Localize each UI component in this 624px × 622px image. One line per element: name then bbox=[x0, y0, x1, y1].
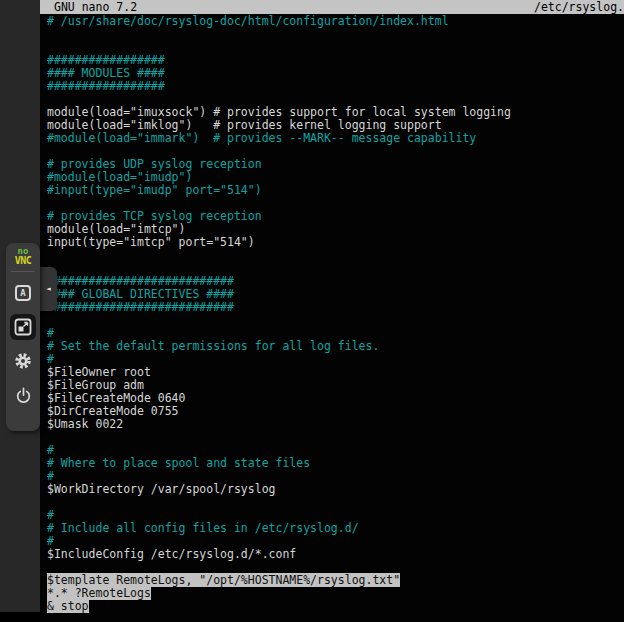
editor-line-text: $FileGroup adm bbox=[47, 378, 144, 392]
editor-line-text: input(type="imtcp" port="514") bbox=[47, 235, 255, 249]
editor-line-text: # provides UDP syslog reception bbox=[47, 157, 262, 171]
editor-line-text: # bbox=[47, 352, 54, 366]
editor-line-text: #### GLOBAL DIRECTIVES #### bbox=[47, 287, 234, 301]
editor-line bbox=[47, 496, 624, 509]
editor-line: #module(load="immark") # provides --MARK… bbox=[47, 132, 624, 145]
editor-line-text: $Umask 0022 bbox=[47, 417, 123, 431]
editor-line-text: *.* ?RemoteLogs bbox=[47, 586, 151, 600]
editor-line-text: ########################### bbox=[47, 274, 234, 288]
editor-line-text: & stop bbox=[47, 599, 89, 613]
editor-line: # /usr/share/doc/rsyslog-doc/html/config… bbox=[47, 15, 624, 28]
editor-line bbox=[47, 314, 624, 327]
editor-line-text: $DirCreateMode 0755 bbox=[47, 404, 179, 418]
editor-line-text: # bbox=[47, 469, 54, 483]
terminal-window: GNU nano 7.2 /etc/rsyslog. # /usr/share/… bbox=[40, 0, 624, 622]
editor-line: input(type="imtcp" port="514") bbox=[47, 236, 624, 249]
editor-line: # Set the default permissions for all lo… bbox=[47, 340, 624, 353]
editor-line: & stop bbox=[47, 600, 624, 613]
editor-line-text: # bbox=[47, 443, 54, 457]
editor-line-text: module(load="imuxsock") # provides suppo… bbox=[47, 105, 511, 119]
editor-line-text: module(load="imtcp") bbox=[47, 222, 185, 236]
editor-line-text: # /usr/share/doc/rsyslog-doc/html/config… bbox=[47, 14, 449, 28]
editor-line-text: $IncludeConfig /etc/rsyslog.d/*.conf bbox=[47, 547, 296, 561]
fullscreen-button[interactable] bbox=[10, 314, 36, 340]
fullscreen-icon bbox=[14, 318, 32, 336]
editor-line-text: $WorkDirectory /var/spool/rsyslog bbox=[47, 482, 275, 496]
editor-line: # Where to place spool and state files bbox=[47, 457, 624, 470]
editor-line: $IncludeConfig /etc/rsyslog.d/*.conf bbox=[47, 548, 624, 561]
editor-line-text: ########################### bbox=[47, 300, 234, 314]
nano-app-title: GNU nano 7.2 bbox=[54, 0, 137, 14]
screen: GNU nano 7.2 /etc/rsyslog. # /usr/share/… bbox=[0, 0, 624, 622]
novnc-control-bar: no VNC A bbox=[6, 243, 40, 431]
editor-line: $Umask 0022 bbox=[47, 418, 624, 431]
chevron-left-icon: ◄ bbox=[46, 285, 50, 293]
editor-line-text: # provides TCP syslog reception bbox=[47, 209, 262, 223]
gear-icon bbox=[14, 352, 32, 370]
keyboard-button[interactable]: A bbox=[10, 280, 36, 306]
editor-line-text: ################# bbox=[47, 53, 165, 67]
keycap-a-icon: A bbox=[15, 285, 31, 301]
panel-separator bbox=[11, 271, 35, 272]
editor-line-text: $FileCreateMode 0640 bbox=[47, 391, 185, 405]
settings-button[interactable] bbox=[10, 348, 36, 374]
editor-line-text: # bbox=[47, 326, 54, 340]
editor-line: ################# bbox=[47, 80, 624, 93]
editor-line-text: #module(load="imudp") bbox=[47, 170, 192, 184]
nano-editor-area[interactable]: # /usr/share/doc/rsyslog-doc/html/config… bbox=[40, 14, 624, 613]
editor-line-text: #module(load="immark") # provides --MARK… bbox=[47, 131, 476, 145]
editor-line bbox=[47, 431, 624, 444]
editor-line-text: module(load="imklog") # provides kernel … bbox=[47, 118, 442, 132]
editor-line-text: # Set the default permissions for all lo… bbox=[47, 339, 379, 353]
editor-line: $WorkDirectory /var/spool/rsyslog bbox=[47, 483, 624, 496]
editor-line-text: # Include all config files in /etc/rsysl… bbox=[47, 521, 359, 535]
editor-line-text: #input(type="imudp" port="514") bbox=[47, 183, 262, 197]
power-icon bbox=[15, 387, 32, 404]
editor-line-text: # bbox=[47, 534, 54, 548]
power-button[interactable] bbox=[10, 382, 36, 408]
nano-file-path: /etc/rsyslog. bbox=[534, 0, 624, 14]
editor-line: *.* ?RemoteLogs bbox=[47, 587, 624, 600]
editor-line-text: #### MODULES #### bbox=[47, 66, 165, 80]
editor-line-text: $template RemoteLogs, "/opt/%HOSTNAME%/r… bbox=[47, 573, 400, 587]
novnc-logo: no VNC bbox=[15, 247, 32, 265]
editor-line: # Include all config files in /etc/rsysl… bbox=[47, 522, 624, 535]
nano-titlebar: GNU nano 7.2 /etc/rsyslog. bbox=[40, 0, 624, 14]
editor-line-text: # bbox=[47, 508, 54, 522]
editor-line-text: # Where to place spool and state files bbox=[47, 456, 310, 470]
editor-line: ########################### bbox=[47, 301, 624, 314]
editor-line: #input(type="imudp" port="514") bbox=[47, 184, 624, 197]
novnc-logo-vnc: VNC bbox=[15, 256, 32, 265]
editor-line-text: $FileOwner root bbox=[47, 365, 151, 379]
editor-line bbox=[47, 249, 624, 262]
editor-line bbox=[47, 28, 624, 41]
panel-collapse-handle[interactable]: ◄ bbox=[40, 267, 57, 311]
editor-line: $DirCreateMode 0755 bbox=[47, 405, 624, 418]
editor-line-text: ################# bbox=[47, 79, 165, 93]
